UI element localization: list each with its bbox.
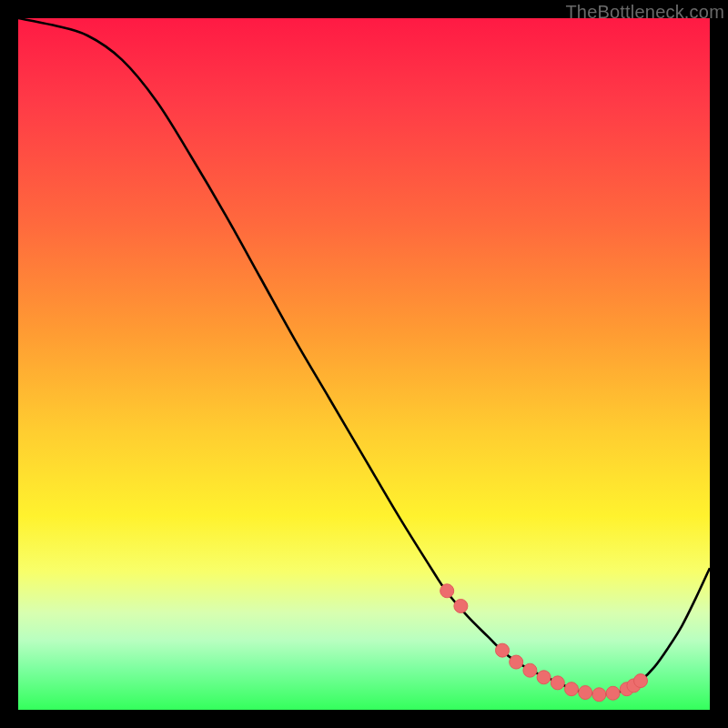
marker-dot bbox=[565, 682, 579, 696]
chart-svg bbox=[18, 18, 710, 710]
marker-dot bbox=[440, 584, 454, 598]
watermark-text: TheBottleneck.com bbox=[565, 2, 724, 23]
marker-dot bbox=[606, 686, 620, 700]
curve-line bbox=[18, 18, 710, 694]
marker-dot bbox=[523, 663, 537, 677]
marker-dot bbox=[454, 600, 468, 613]
marker-group bbox=[440, 584, 648, 702]
marker-dot bbox=[579, 686, 592, 700]
marker-dot bbox=[551, 676, 564, 690]
marker-dot bbox=[537, 671, 551, 684]
plot-area bbox=[18, 18, 710, 710]
marker-dot bbox=[592, 688, 606, 702]
chart-stage: TheBottleneck.com bbox=[0, 0, 728, 728]
marker-dot bbox=[496, 643, 510, 657]
marker-dot bbox=[510, 655, 523, 669]
marker-dot bbox=[634, 674, 648, 688]
